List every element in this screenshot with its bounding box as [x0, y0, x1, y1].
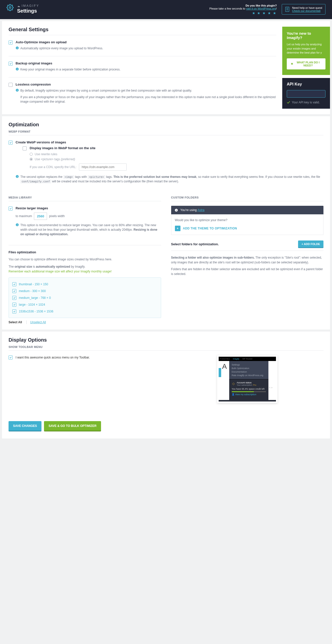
folders-note-1: Selecting a folder will also optimize im…	[171, 255, 324, 265]
select-all-link[interactable]: Select All	[9, 320, 22, 324]
toolbar-menu-checkbox[interactable]	[9, 355, 13, 359]
what-plan-button[interactable]: WHAT PLAN DO I NEED?	[287, 58, 325, 69]
picture-radio[interactable]: Use <picture> tags (preferred)	[30, 157, 323, 161]
display-webp-label: Display images in WebP format on the sit…	[30, 146, 323, 150]
rate-link[interactable]: rate it on WordPress.org	[246, 7, 276, 10]
size-label: large - 1024 × 1024	[19, 303, 45, 306]
info-icon: i	[16, 223, 19, 226]
create-webp-label: Create WebP versions of images	[16, 140, 323, 144]
resize-label: Resize larger images	[16, 206, 161, 210]
toolbar-preview-image: Forest Box Imagify WP Rocket A Settings …	[217, 355, 277, 403]
size-1536-checkbox[interactable]	[12, 309, 16, 313]
cdn-label: If you use a CDN, specify the URL:	[30, 165, 76, 169]
rate-plugin-block: Do you like this plugin? Please take a f…	[209, 4, 277, 15]
custom-folders-subhead: CUSTOM FOLDERS	[171, 196, 324, 199]
toolbar-menu-label: I want this awesome quick access menu on…	[16, 355, 90, 360]
display-webp-checkbox[interactable]	[23, 146, 27, 150]
save-changes-button[interactable]: SAVE CHANGES	[9, 421, 41, 431]
rewrite-radio[interactable]: Use rewrite rules	[30, 152, 323, 156]
optimization-heading: Optimization	[9, 122, 323, 128]
promo-body: Let us help you by analyzing your existi…	[287, 42, 325, 55]
size-medium-large-checkbox[interactable]	[12, 296, 16, 300]
document-icon	[285, 7, 290, 12]
svg-text:i: i	[17, 89, 17, 92]
size-label: 1536x1536 - 1536 × 1536	[19, 310, 53, 313]
api-key-title: API Key	[287, 82, 325, 87]
cdn-url-input[interactable]	[79, 164, 127, 171]
api-valid-text: Your API key is valid.	[292, 101, 320, 104]
size-large-checkbox[interactable]	[12, 303, 16, 307]
svg-text:i: i	[17, 47, 17, 49]
help-block: Need help or have quest Check our docume…	[282, 4, 325, 15]
theme-link[interactable]: Astra	[197, 208, 204, 212]
svg-point-17	[232, 383, 234, 385]
max-width-input[interactable]	[34, 213, 47, 220]
size-label: medium - 300 × 300	[19, 289, 46, 293]
theme-info-bar: i You're using Astra	[171, 206, 324, 214]
size-label: thumbnail - 150 × 150	[19, 283, 48, 286]
gear-icon	[7, 4, 14, 11]
svg-rect-1	[286, 7, 289, 12]
optimization-panel: Optimization WEBP FORMAT Create WebP ver…	[2, 116, 330, 330]
checkmark-icon	[287, 101, 290, 104]
dashboard-icon	[291, 62, 293, 65]
svg-text:i: i	[17, 175, 17, 178]
files-original-note: The original size is automatically optim…	[9, 264, 161, 269]
add-theme-button[interactable]: +	[175, 226, 180, 231]
add-theme-label[interactable]: ADD THE THEME TO OPTIMIZATION	[183, 227, 237, 230]
info-icon: i	[175, 209, 178, 212]
media-library-subhead: MEDIA LIBRARY	[9, 196, 161, 199]
theme-question: Would you like to optimize your theme?	[175, 218, 320, 223]
backup-checkbox[interactable]	[9, 62, 13, 66]
brand-logo: IMAGIFY	[17, 4, 39, 8]
webp-subhead: WEBP FORMAT	[9, 130, 323, 133]
select-folders-label: Select folders for optimization.	[171, 242, 219, 246]
general-settings-panel: General Settings Auto-Optimize images on…	[2, 21, 330, 114]
size-thumbnail-checkbox[interactable]	[12, 282, 16, 286]
documentation-link[interactable]: Check our documentati	[292, 9, 320, 12]
info-icon: i	[16, 89, 19, 92]
create-webp-checkbox[interactable]	[9, 141, 13, 145]
auto-optimize-label: Auto-Optimize images on upload	[16, 40, 276, 44]
svg-point-0	[9, 7, 11, 9]
svg-text:i: i	[17, 68, 17, 70]
unselect-all-link[interactable]: Unselect All	[26, 320, 46, 324]
info-icon: i	[16, 175, 19, 178]
new-user-promo: You're new to Imagify? Let us help you b…	[282, 27, 330, 75]
lossless-label: Lossless compression	[16, 83, 276, 86]
size-medium-checkbox[interactable]	[12, 289, 16, 293]
toolbar-subhead: SHOW TOOLBAR MENU	[9, 345, 323, 348]
info-icon: i	[16, 46, 19, 50]
backup-label: Backup original images	[16, 61, 276, 65]
add-folders-button[interactable]: + ADD FOLDE	[298, 240, 323, 248]
promo-title: You're new to Imagify?	[287, 31, 325, 40]
save-bulk-button[interactable]: SAVE & GO TO BULK OPTIMIZER	[44, 421, 101, 431]
app-header: IMAGIFY Settings Do you like this plugin…	[0, 0, 332, 19]
files-usage-warning: Remember each additional image size will…	[9, 269, 161, 274]
api-key-field[interactable]	[287, 90, 325, 98]
auto-optimize-checkbox[interactable]	[9, 41, 13, 45]
lossless-checkbox[interactable]	[9, 83, 13, 87]
resize-checkbox[interactable]	[9, 207, 13, 211]
files-opt-heading: Files optimization	[9, 250, 161, 254]
display-options-panel: Display Options SHOW TOOLBAR MENU I want…	[2, 332, 330, 438]
svg-text:i: i	[17, 223, 17, 226]
webp-note: The second option replaces the <img> tag…	[20, 175, 323, 184]
page-title: Settings	[17, 8, 39, 14]
api-key-box: API Key Your API key is valid.	[282, 78, 330, 109]
rating-stars[interactable]: ★ ★ ★ ★ ★	[209, 11, 277, 15]
info-icon: i	[16, 67, 19, 71]
general-heading: General Settings	[9, 27, 276, 32]
size-label: medium_large - 768 × 0	[19, 296, 51, 300]
svg-text:i: i	[176, 209, 176, 211]
image-sizes-box: thumbnail - 150 × 150 medium - 300 × 300…	[9, 277, 161, 318]
display-heading: Display Options	[9, 337, 323, 343]
files-desc: You can choose to optimize different ima…	[9, 257, 161, 262]
folders-note-2: Folders that are hidden in the folder se…	[171, 267, 324, 276]
